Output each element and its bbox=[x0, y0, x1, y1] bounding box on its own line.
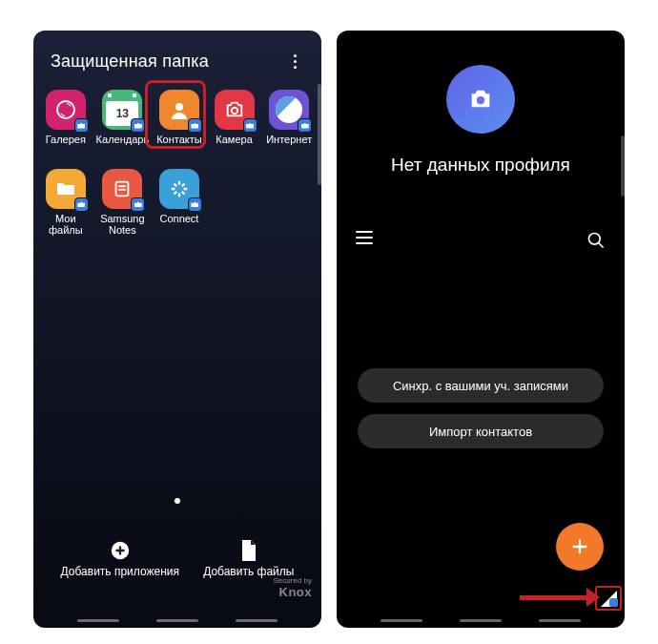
file-icon bbox=[238, 540, 259, 561]
svg-point-2 bbox=[231, 108, 236, 114]
secure-badge-icon bbox=[131, 118, 145, 133]
sync-accounts-label: Синхр. с вашими уч. записями bbox=[393, 379, 568, 393]
profile-empty-text: Нет данных профиля bbox=[391, 155, 570, 176]
import-contacts-button[interactable]: Импорт контактов bbox=[358, 414, 604, 448]
nav-back[interactable] bbox=[236, 619, 278, 622]
sync-accounts-button[interactable]: Синхр. с вашими уч. записями bbox=[358, 368, 604, 403]
nav-home[interactable] bbox=[156, 619, 198, 622]
secure-folder-corner-button[interactable] bbox=[595, 586, 622, 611]
android-navbar bbox=[33, 619, 321, 622]
empty-state-actions: Синхр. с вашими уч. записями Импорт конт… bbox=[337, 368, 625, 448]
app-internet[interactable]: Интернет bbox=[264, 88, 314, 148]
menu-button[interactable] bbox=[356, 231, 373, 254]
svg-point-0 bbox=[57, 101, 74, 118]
profile-area: Нет данных профиля bbox=[337, 31, 625, 176]
secure-badge-icon bbox=[74, 118, 89, 133]
add-contact-fab[interactable] bbox=[556, 523, 604, 571]
search-icon bbox=[586, 231, 606, 250]
scrollbar[interactable] bbox=[318, 84, 321, 185]
app-label: Samsung Notes bbox=[96, 213, 150, 237]
app-gallery[interactable]: Галерея bbox=[41, 88, 91, 148]
app-myfiles[interactable]: Мои файлы bbox=[41, 167, 91, 239]
app-connect[interactable]: Connect bbox=[154, 167, 204, 239]
page-indicator bbox=[175, 498, 180, 504]
nav-recent[interactable] bbox=[77, 619, 119, 622]
import-contacts-label: Импорт контактов bbox=[429, 425, 532, 439]
app-label: Камера bbox=[216, 134, 252, 146]
secure-badge-icon bbox=[188, 118, 202, 133]
knox-watermark: Secured by Knox bbox=[274, 577, 312, 599]
apps-grid: Галерея 13 Календарь Контакты bbox=[33, 86, 321, 239]
add-apps-label: Добавить приложения bbox=[61, 565, 179, 578]
secure-folder-title: Защищенная папка bbox=[51, 52, 209, 72]
plus-icon bbox=[569, 536, 590, 557]
secure-folder-screen: Защищенная папка Галерея 13 bbox=[33, 31, 321, 628]
app-label: Connect bbox=[159, 213, 198, 225]
add-files-button[interactable]: Добавить файлы bbox=[203, 540, 294, 578]
camera-icon bbox=[467, 86, 494, 113]
svg-point-1 bbox=[175, 103, 183, 111]
nav-home[interactable] bbox=[460, 619, 502, 622]
nav-back[interactable] bbox=[539, 619, 581, 622]
secure-folder-header: Защищенная папка bbox=[33, 31, 321, 86]
profile-avatar[interactable] bbox=[446, 65, 515, 134]
contacts-toolbar bbox=[337, 231, 625, 254]
app-contacts[interactable]: Контакты bbox=[154, 88, 204, 148]
search-button[interactable] bbox=[586, 231, 606, 254]
secure-badge-icon bbox=[131, 197, 145, 212]
app-label: Интернет bbox=[266, 134, 312, 146]
secure-badge-icon bbox=[188, 197, 202, 212]
add-apps-button[interactable]: Добавить приложения bbox=[61, 540, 179, 578]
bottom-actions: Добавить приложения Добавить файлы bbox=[33, 540, 321, 578]
contacts-app-screen: Нет данных профиля Синхр. с вашими уч. з… bbox=[337, 31, 625, 628]
app-label: Мои файлы bbox=[41, 213, 91, 237]
secure-badge-icon bbox=[243, 118, 257, 133]
svg-point-7 bbox=[477, 96, 484, 104]
plus-circle-icon bbox=[110, 540, 131, 561]
app-label: Галерея bbox=[46, 134, 86, 146]
app-calendar[interactable]: 13 Календарь bbox=[96, 88, 150, 148]
app-label: Контакты bbox=[156, 134, 202, 146]
svg-line-9 bbox=[599, 243, 604, 248]
more-options-button[interactable] bbox=[283, 50, 306, 73]
app-label: Календарь bbox=[96, 134, 150, 146]
svg-point-8 bbox=[589, 234, 601, 245]
secure-corner-icon bbox=[601, 591, 617, 607]
scrollbar[interactable] bbox=[621, 135, 625, 197]
secure-badge-icon bbox=[74, 197, 89, 212]
app-samsung-notes[interactable]: Samsung Notes bbox=[96, 167, 150, 239]
app-camera[interactable]: Камера bbox=[210, 88, 259, 148]
android-navbar bbox=[337, 619, 625, 622]
nav-recent[interactable] bbox=[380, 619, 422, 622]
secure-badge-icon bbox=[298, 118, 312, 133]
